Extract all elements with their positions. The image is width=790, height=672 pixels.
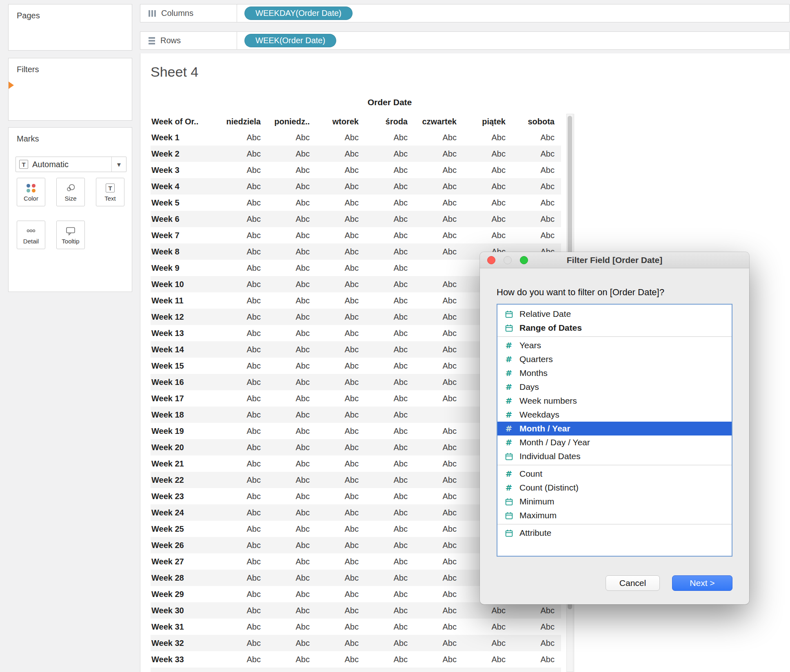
mark-cell[interactable]: Abc (414, 296, 463, 305)
mark-cell[interactable]: Abc (316, 590, 365, 599)
mark-cell[interactable]: Abc (218, 524, 267, 534)
mark-cell[interactable]: Abc (365, 459, 414, 469)
mark-cell[interactable]: Abc (463, 166, 512, 175)
mark-cell[interactable]: Abc (414, 280, 463, 289)
mark-cell[interactable]: Abc (218, 410, 267, 420)
mark-cell[interactable]: Abc (218, 247, 267, 256)
mark-cell[interactable]: Abc (414, 443, 463, 452)
dialog-titlebar[interactable]: Filter Field [Order Date] (480, 252, 749, 268)
mark-cell[interactable]: Abc (512, 166, 561, 175)
mark-cell[interactable]: Abc (316, 394, 365, 403)
mark-cell[interactable]: Abc (316, 296, 365, 305)
mark-cell[interactable]: Abc (414, 231, 463, 240)
mark-cell[interactable]: Abc (218, 198, 267, 208)
mark-cell[interactable]: Abc (316, 573, 365, 583)
mark-cell[interactable]: Abc (414, 541, 463, 550)
mark-cell[interactable]: Abc (463, 606, 512, 615)
mark-cell[interactable]: Abc (365, 263, 414, 273)
mark-cell[interactable]: Abc (316, 622, 365, 632)
mark-cell[interactable]: Abc (316, 378, 365, 387)
row-header[interactable]: Week 25 (151, 524, 218, 534)
mark-cell[interactable]: Abc (414, 247, 463, 256)
detail-button[interactable]: Detail (17, 221, 45, 249)
mark-cell[interactable]: Abc (512, 655, 561, 664)
mark-cell[interactable]: Abc (414, 198, 463, 208)
filter-option-years[interactable]: #Years (497, 338, 732, 352)
mark-cell[interactable]: Abc (414, 182, 463, 191)
mark-cell[interactable]: Abc (316, 606, 365, 615)
mark-cell[interactable]: Abc (267, 590, 316, 599)
mark-cell[interactable]: Abc (316, 166, 365, 175)
column-header-roda[interactable]: środa (365, 117, 414, 126)
mark-cell[interactable]: Abc (316, 263, 365, 273)
mark-cell[interactable]: Abc (316, 492, 365, 501)
mark-cell[interactable]: Abc (267, 541, 316, 550)
row-axis-header[interactable]: Week of Or.. (151, 117, 218, 126)
filter-option-individual-dates[interactable]: Individual Dates (497, 449, 732, 463)
mark-cell[interactable]: Abc (267, 492, 316, 501)
row-header[interactable]: Week 17 (151, 394, 218, 403)
mark-cell[interactable]: Abc (463, 198, 512, 208)
mark-cell[interactable]: Abc (218, 182, 267, 191)
row-header[interactable]: Week 22 (151, 475, 218, 485)
tooltip-button[interactable]: Tooltip (56, 221, 85, 249)
mark-cell[interactable]: Abc (218, 394, 267, 403)
mark-cell[interactable]: Abc (267, 198, 316, 208)
mark-cell[interactable]: Abc (365, 524, 414, 534)
mark-cell[interactable]: Abc (512, 182, 561, 191)
mark-cell[interactable]: Abc (316, 345, 365, 354)
row-header[interactable]: Week 1 (151, 133, 218, 142)
mark-cell[interactable]: Abc (267, 557, 316, 566)
mark-cell[interactable]: Abc (463, 622, 512, 632)
mark-cell[interactable]: Abc (365, 541, 414, 550)
mark-cell[interactable]: Abc (267, 394, 316, 403)
filter-type-list[interactable]: Relative DateRange of Dates#Years#Quarte… (497, 304, 732, 557)
chevron-down-icon[interactable]: ▼ (111, 157, 126, 172)
mark-cell[interactable]: Abc (365, 573, 414, 583)
mark-cell[interactable]: Abc (316, 524, 365, 534)
mark-cell[interactable]: Abc (463, 133, 512, 142)
mark-cell[interactable]: Abc (365, 427, 414, 436)
column-header-pi-tek[interactable]: piątek (463, 117, 512, 126)
mark-cell[interactable]: Abc (365, 622, 414, 632)
mark-cell[interactable]: Abc (267, 214, 316, 224)
filter-option-week-numbers[interactable]: #Week numbers (497, 394, 732, 408)
mark-cell[interactable]: Abc (267, 296, 316, 305)
mark-cell[interactable]: Abc (218, 214, 267, 224)
mark-cell[interactable]: Abc (267, 475, 316, 485)
mark-cell[interactable]: Abc (463, 231, 512, 240)
mark-cell[interactable]: Abc (267, 427, 316, 436)
filter-option-quarters[interactable]: #Quarters (497, 352, 732, 366)
mark-cell[interactable]: Abc (316, 247, 365, 256)
column-header-poniedz[interactable]: poniedz.. (267, 117, 316, 126)
mark-cell[interactable]: Abc (414, 427, 463, 436)
mark-cell[interactable]: Abc (218, 296, 267, 305)
row-header[interactable]: Week 27 (151, 557, 218, 566)
mark-cell[interactable]: Abc (218, 166, 267, 175)
row-header[interactable]: Week 6 (151, 214, 218, 224)
mark-cell[interactable]: Abc (365, 149, 414, 159)
mark-cell[interactable]: Abc (218, 280, 267, 289)
filter-option-month-day-year[interactable]: #Month / Day / Year (497, 435, 732, 449)
mark-cell[interactable]: Abc (365, 198, 414, 208)
mark-cell[interactable]: Abc (316, 410, 365, 420)
row-header[interactable]: Week 15 (151, 361, 218, 371)
mark-cell[interactable]: Abc (414, 655, 463, 664)
row-header[interactable]: Week 33 (151, 655, 218, 664)
rows-pill-week-order-date[interactable]: WEEK(Order Date) (244, 34, 336, 47)
mark-cell[interactable]: Abc (316, 427, 365, 436)
mark-cell[interactable]: Abc (512, 133, 561, 142)
mark-cell[interactable]: Abc (365, 639, 414, 648)
mark-cell[interactable]: Abc (365, 345, 414, 354)
mark-cell[interactable]: Abc (512, 639, 561, 648)
minimize-button[interactable] (504, 256, 512, 264)
row-header[interactable]: Week 11 (151, 296, 218, 305)
mark-cell[interactable]: Abc (512, 198, 561, 208)
mark-cell[interactable]: Abc (414, 361, 463, 371)
mark-cell[interactable]: Abc (267, 329, 316, 338)
column-header-niedziela[interactable]: niedziela (218, 117, 267, 126)
mark-cell[interactable]: Abc (512, 149, 561, 159)
text-button[interactable]: TText (96, 178, 124, 206)
row-header[interactable]: Week 3 (151, 166, 218, 175)
row-header[interactable]: Week 24 (151, 508, 218, 517)
